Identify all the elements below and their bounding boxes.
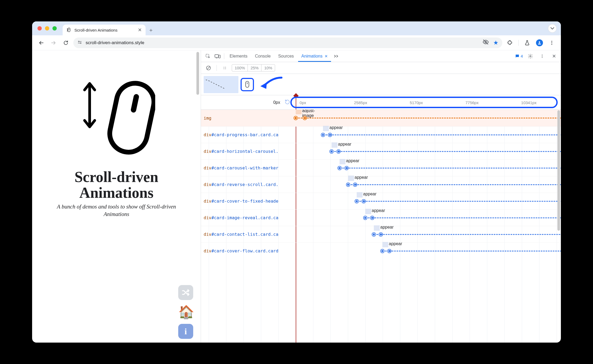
devtools-panel: Elements Console Sources Animations ✕ 4 xyxy=(201,50,561,343)
speed-100[interactable]: 100% xyxy=(232,65,248,71)
new-tab-button[interactable]: ＋ xyxy=(146,25,156,35)
back-button[interactable] xyxy=(36,38,46,48)
page-subtitle: A bunch of demos and tools to show off S… xyxy=(55,203,178,218)
animation-row[interactable]: imgadjust-image xyxy=(201,110,561,126)
animation-row[interactable]: div#card-progress-bar.card.caappear xyxy=(201,126,561,143)
bookmark-star-icon[interactable]: ★ xyxy=(493,39,499,46)
tab-animations[interactable]: Animations ✕ xyxy=(298,50,331,62)
selector-label: div#card-image-reveal.card.ca xyxy=(201,215,296,220)
tab-title: Scroll-driven Animations xyxy=(74,28,117,32)
home-button[interactable]: 🏠 xyxy=(178,304,194,320)
close-devtools-icon[interactable]: ✕ xyxy=(550,52,558,60)
keyframe-segment[interactable]: appear xyxy=(357,197,364,206)
devtools-scrollbar[interactable] xyxy=(557,110,560,231)
tab-overflow-button[interactable] xyxy=(548,24,557,33)
replay-icon[interactable] xyxy=(284,99,290,106)
svg-line-14 xyxy=(134,97,136,110)
svg-point-11 xyxy=(551,42,552,43)
tab-elements[interactable]: Elements xyxy=(226,50,251,62)
device-toolbar-icon[interactable] xyxy=(213,52,222,60)
svg-point-10 xyxy=(551,41,552,41)
svg-line-25 xyxy=(207,67,210,69)
keyframe-segment[interactable]: appear xyxy=(374,230,381,239)
close-window-button[interactable] xyxy=(37,26,42,31)
keyframe-segment[interactable]: adjust-image xyxy=(296,114,305,122)
info-button[interactable]: i xyxy=(178,324,193,339)
eye-off-icon[interactable] xyxy=(482,39,489,47)
maximize-window-button[interactable] xyxy=(52,26,57,31)
reload-button[interactable] xyxy=(61,38,71,48)
selector-label: div#card-horizontal-carousel. xyxy=(201,149,296,154)
inspect-element-icon[interactable] xyxy=(204,52,212,60)
issue-count: 4 xyxy=(521,54,523,58)
pause-icon[interactable] xyxy=(221,64,229,72)
browser-window: Scroll-driven Animations ✕ ＋ scroll-driv… xyxy=(32,21,561,343)
window-controls xyxy=(36,21,59,35)
keyframe-segment[interactable]: appear xyxy=(323,131,330,139)
svg-rect-17 xyxy=(215,55,219,57)
clear-icon[interactable] xyxy=(204,64,213,72)
profile-avatar[interactable] xyxy=(535,38,544,48)
keyframe-segment[interactable]: appear xyxy=(348,180,355,189)
tab-label: Sources xyxy=(278,54,294,59)
tab-sources[interactable]: Sources xyxy=(275,50,297,62)
animation-track: appear xyxy=(296,193,561,209)
playhead[interactable] xyxy=(296,95,296,109)
svg-rect-13 xyxy=(106,80,155,155)
close-tab-button[interactable]: ✕ xyxy=(138,27,142,33)
forward-button[interactable] xyxy=(49,38,58,48)
devtools-menu-icon[interactable] xyxy=(538,52,546,60)
keyframe-segment[interactable]: appear xyxy=(332,147,339,156)
keyframe-segment[interactable]: appear xyxy=(382,247,389,255)
svg-point-21 xyxy=(542,55,543,55)
ruler-tick: 0px xyxy=(300,100,306,105)
browser-tab[interactable]: Scroll-driven Animations ✕ xyxy=(63,25,146,35)
selector-label: div#card-cover-to-fixed-heade xyxy=(201,199,296,204)
selector-label: div#card-reverse-scroll.card. xyxy=(201,182,296,187)
animation-group-thumbnail[interactable] xyxy=(204,76,238,93)
tab-label: Animations xyxy=(301,54,322,59)
extensions-icon[interactable] xyxy=(505,38,515,48)
site-settings-icon[interactable] xyxy=(77,40,82,46)
animation-row[interactable]: div#card-horizontal-carousel.appear xyxy=(201,143,561,160)
close-icon[interactable]: ✕ xyxy=(325,54,328,58)
svg-point-22 xyxy=(542,56,543,56)
content-area: Scroll-driven Animations A bunch of demo… xyxy=(32,50,561,343)
separator xyxy=(224,53,224,59)
selector-label: div#card-carousel-with-marker xyxy=(201,165,296,170)
animation-track: appear xyxy=(296,160,561,176)
animation-row[interactable]: div#card-cover-flow.card.cardappear xyxy=(201,242,561,259)
more-tabs-icon[interactable] xyxy=(332,52,341,60)
svg-point-3 xyxy=(78,41,79,42)
address-bar[interactable]: scroll-driven-animations.style ★ xyxy=(73,37,502,48)
animation-row[interactable]: div#card-image-reveal.card.caappear xyxy=(201,209,561,226)
annotation-arrow-icon xyxy=(259,75,283,92)
timeline-ruler[interactable]: 0px 0px2585px5170px7756px10341px xyxy=(201,95,561,110)
shuffle-button[interactable] xyxy=(178,285,193,300)
animations-controls: 100% 25% 10% xyxy=(201,62,561,74)
chrome-menu-button[interactable] xyxy=(547,38,557,48)
animation-track: appear xyxy=(296,176,561,193)
keyframe-segment[interactable]: appear xyxy=(340,164,347,172)
tab-label: Console xyxy=(255,54,271,59)
animation-row[interactable]: div#card-reverse-scroll.card.appear xyxy=(201,176,561,193)
minimize-window-button[interactable] xyxy=(45,26,49,31)
tab-strip: Scroll-driven Animations ✕ ＋ xyxy=(32,21,561,35)
tab-console[interactable]: Console xyxy=(252,50,274,62)
animation-row[interactable]: div#card-carousel-with-markerappear xyxy=(201,160,561,176)
url-text: scroll-driven-animations.style xyxy=(86,40,144,46)
animation-row[interactable]: div#card-contact-list.card.caappear xyxy=(201,226,561,242)
keyframe-segment[interactable]: appear xyxy=(365,214,372,222)
animation-row[interactable]: div#card-cover-to-fixed-headeappear xyxy=(201,193,561,209)
speed-10[interactable]: 10% xyxy=(261,65,275,71)
scroll-driven-badge[interactable] xyxy=(241,78,254,91)
speed-25[interactable]: 25% xyxy=(248,65,261,71)
selector-label: div#card-cover-flow.card.card xyxy=(201,248,296,253)
labs-icon[interactable] xyxy=(522,38,532,48)
devtools-tab-bar: Elements Console Sources Animations ✕ 4 xyxy=(201,50,561,62)
issues-counter[interactable]: 4 xyxy=(515,54,523,59)
animation-groups xyxy=(201,74,561,95)
settings-gear-icon[interactable] xyxy=(526,52,535,60)
site-logo xyxy=(78,74,155,156)
page-scrollbar[interactable] xyxy=(196,52,199,95)
